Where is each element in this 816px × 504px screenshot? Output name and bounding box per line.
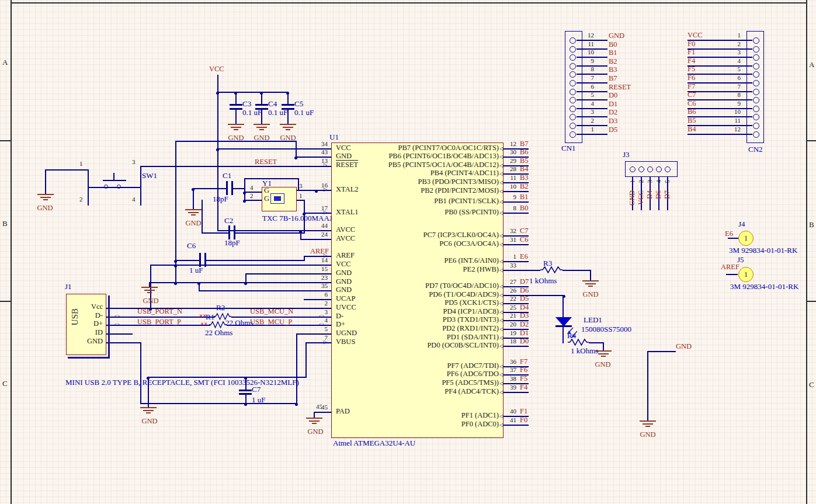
net-label[interactable]: B7 [609, 75, 617, 82]
net-label[interactable]: D5 [520, 295, 529, 303]
cn1-designator[interactable]: CN1 [561, 144, 576, 152]
usb-mcu-n-net-label[interactable]: USB_MCU_N [250, 308, 293, 315]
net-label[interactable]: F6 [520, 366, 527, 374]
cn1-pin-circle[interactable] [570, 46, 576, 53]
vcc-power-label[interactable]: VCC [209, 65, 224, 73]
net-label[interactable]: B0 [520, 204, 529, 212]
net-label[interactable]: C6 [520, 236, 529, 244]
cn1-pin-circle[interactable] [570, 89, 576, 95]
j3-pin-circle[interactable] [656, 166, 662, 172]
j4-designator[interactable]: J4 [738, 220, 745, 228]
net-label[interactable]: D3 [520, 312, 529, 319]
j3-net-label[interactable]: D7 [663, 190, 672, 199]
net-label[interactable]: F4 [687, 57, 695, 65]
net-label[interactable]: F1 [520, 408, 527, 415]
j3-net-label[interactable]: D4 [645, 190, 654, 199]
j3-net-label[interactable]: D6 [654, 190, 663, 199]
j3-net-label[interactable]: GND [628, 190, 637, 206]
cn1-pin-circle[interactable] [570, 123, 576, 129]
net-label[interactable]: B3 [609, 66, 617, 74]
net-label[interactable]: B2 [609, 58, 617, 65]
net-label[interactable]: D3 [609, 117, 617, 125]
gnd-net-label[interactable]: GND [676, 343, 692, 350]
net-label[interactable]: F7 [520, 358, 527, 366]
cn2-pin-circle[interactable] [753, 106, 759, 112]
j3-pin-circle[interactable] [665, 166, 671, 172]
net-label[interactable]: B5 [687, 117, 696, 124]
net-label[interactable]: B2 [520, 183, 529, 190]
net-label[interactable]: D1 [609, 100, 617, 108]
j3-pin-circle[interactable] [647, 166, 653, 172]
cn1-pin-circle[interactable] [570, 37, 576, 44]
c6-designator[interactable]: C6 [187, 242, 196, 249]
switch-contact[interactable] [117, 185, 121, 189]
cn2-pin-circle[interactable] [753, 46, 759, 53]
net-label[interactable]: B6 [687, 108, 696, 116]
j4-testpoint[interactable]: 1 [738, 231, 754, 246]
net-label[interactable]: RESET [609, 84, 631, 91]
j4-net-label[interactable]: E6 [725, 230, 733, 238]
sw1-designator[interactable]: SW1 [142, 172, 157, 179]
cn2-pin-circle[interactable] [753, 89, 759, 95]
net-label[interactable]: D0 [609, 92, 617, 99]
net-label[interactable]: B0 [609, 41, 617, 48]
net-label[interactable]: D2 [520, 321, 529, 328]
net-label[interactable]: GND [609, 32, 624, 40]
net-label[interactable]: D6 [520, 287, 529, 294]
led-symbol[interactable] [555, 317, 572, 326]
cn1-pin-circle[interactable] [570, 131, 576, 138]
c2-designator[interactable]: C2 [224, 217, 233, 224]
cn1-pin-circle[interactable] [570, 63, 576, 69]
decap-designator[interactable]: C4 [268, 100, 277, 107]
j1-designator[interactable]: J1 [65, 283, 72, 290]
cn2-pin-circle[interactable] [753, 63, 759, 69]
j3-designator[interactable]: J3 [623, 151, 630, 158]
j5-testpoint[interactable]: 1 [738, 267, 754, 282]
usb-port-n-net-label[interactable]: USB_PORT_N [137, 308, 182, 315]
net-label[interactable]: D4 [520, 304, 529, 311]
net-label[interactable]: F1 [687, 48, 695, 56]
cn1-pin-circle[interactable] [570, 80, 576, 86]
cn2-pin-circle[interactable] [753, 131, 759, 138]
r2-resistor[interactable] [214, 313, 231, 320]
net-label[interactable]: F6 [687, 74, 695, 82]
net-label[interactable]: E6 [520, 253, 528, 260]
j5-net-label[interactable]: AREF [721, 263, 739, 271]
c1-designator[interactable]: C1 [223, 172, 231, 179]
net-label[interactable]: B5 [520, 157, 529, 165]
reset-net-label[interactable]: RESET [255, 158, 277, 166]
net-label[interactable]: F5 [687, 65, 695, 73]
net-label[interactable]: B4 [520, 165, 529, 173]
cn2-designator[interactable]: CN2 [748, 145, 763, 153]
net-label[interactable]: F7 [687, 83, 695, 91]
net-label[interactable]: B6 [520, 148, 529, 156]
net-label[interactable]: F4 [520, 384, 527, 391]
decap-designator[interactable]: C3 [242, 100, 251, 107]
switch-contact[interactable] [104, 185, 108, 189]
net-label[interactable]: B7 [520, 140, 529, 148]
net-label[interactable]: C6 [687, 100, 696, 107]
usb-port-p-net-label[interactable]: USB_PORT_P [137, 318, 181, 326]
cn2-pin-circle[interactable] [753, 37, 759, 44]
cn1-pin-circle[interactable] [570, 106, 576, 112]
r2-designator[interactable]: R2 [216, 304, 225, 311]
net-label[interactable]: D1 [520, 329, 529, 337]
mcu-designator[interactable]: U1 [329, 133, 339, 141]
net-label[interactable]: B4 [687, 126, 696, 133]
j5-designator[interactable]: J5 [737, 256, 744, 263]
net-label[interactable]: F5 [520, 375, 527, 383]
net-label[interactable]: F0 [520, 416, 527, 424]
led1-designator[interactable]: LED1 [584, 316, 602, 324]
usb-mcu-p-net-label[interactable]: USB_MCU_P [250, 318, 292, 326]
cn2-pin-circle[interactable] [753, 123, 759, 129]
net-label[interactable]: B1 [609, 49, 617, 57]
net-label[interactable]: D0 [520, 338, 529, 345]
j3-pin-circle[interactable] [638, 166, 644, 172]
j3-net-label[interactable]: VCC [637, 190, 645, 205]
net-label[interactable]: C7 [520, 227, 529, 235]
net-label[interactable]: VCC [687, 32, 703, 39]
net-label[interactable]: D7 [520, 278, 529, 286]
net-label[interactable]: D2 [609, 109, 617, 116]
j3-pin-circle[interactable] [630, 166, 636, 172]
net-label[interactable]: D5 [609, 126, 617, 134]
